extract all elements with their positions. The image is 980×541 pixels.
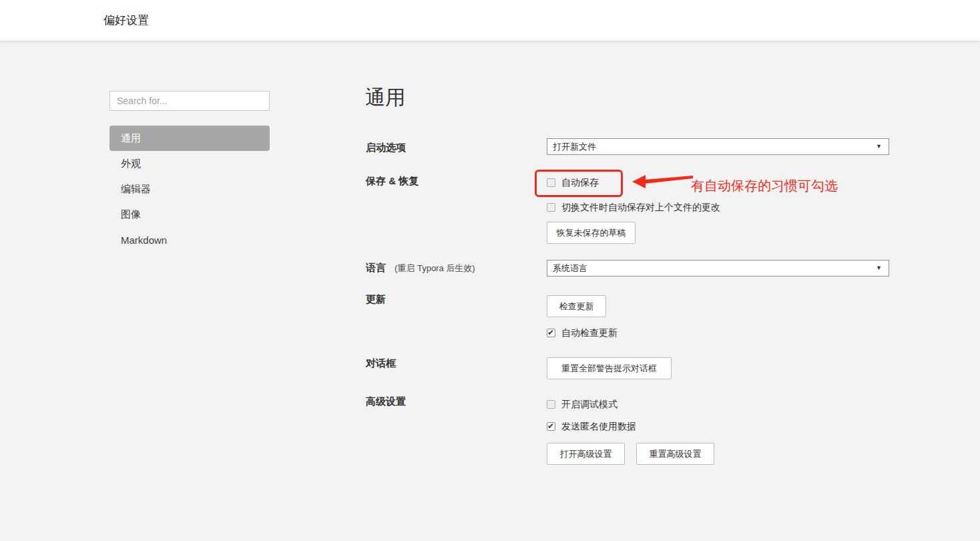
debug-mode-checkbox[interactable] (547, 400, 555, 409)
sidebar-item-label: Markdown (121, 234, 167, 246)
autosave-label: 自动保存 (561, 177, 599, 189)
dialog-label: 对话框 (366, 357, 396, 370)
sidebar-item-label: 编辑器 (121, 183, 151, 196)
check-update-button[interactable]: 检查更新 (547, 295, 606, 317)
chevron-down-icon: ▼ (876, 139, 882, 154)
language-value: 系统语言 (553, 263, 587, 273)
startup-options-label: 启动选项 (366, 141, 406, 154)
reset-advanced-settings-button[interactable]: 重置高级设置 (636, 443, 714, 465)
sidebar-item-markdown[interactable]: Markdown (109, 227, 270, 252)
sidebar-item-image[interactable]: 图像 (109, 202, 270, 227)
debug-mode-checkbox-row[interactable]: 开启调试模式 (547, 399, 618, 410)
recover-drafts-button[interactable]: 恢复未保存的草稿 (547, 222, 636, 244)
window-title: 偏好设置 (103, 0, 149, 41)
update-label: 更新 (366, 293, 386, 306)
open-advanced-settings-button[interactable]: 打开高级设置 (547, 443, 625, 465)
sidebar-item-appearance[interactable]: 外观 (109, 151, 270, 176)
preferences-window: 偏好设置 通用 外观 编辑器 图像 Markdown 通用 启动选项 打开新文件… (0, 0, 980, 541)
telemetry-checkbox-row[interactable]: 发送匿名使用数据 (547, 421, 636, 432)
auto-check-update-checkbox[interactable] (547, 329, 555, 337)
sidebar-item-label: 外观 (121, 158, 141, 170)
startup-options-value: 打开新文件 (553, 142, 596, 152)
auto-check-update-label: 自动检查更新 (561, 327, 618, 339)
save-on-switch-label: 切换文件时自动保存对上个文件的更改 (561, 202, 720, 214)
title-bar: 偏好设置 (0, 0, 980, 41)
auto-check-update-checkbox-row[interactable]: 自动检查更新 (547, 327, 618, 339)
chevron-down-icon: ▼ (876, 260, 882, 276)
search-input[interactable] (109, 91, 270, 111)
sidebar-item-label: 通用 (121, 132, 141, 145)
debug-mode-label: 开启调试模式 (561, 399, 618, 411)
save-restore-label: 保存 & 恢复 (366, 174, 419, 188)
advanced-settings-label: 高级设置 (366, 395, 406, 408)
language-restart-note: (重启 Typora 后生效) (395, 263, 475, 273)
autosave-checkbox[interactable] (547, 178, 555, 187)
save-on-switch-checkbox-row[interactable]: 切换文件时自动保存对上个文件的更改 (547, 202, 720, 213)
telemetry-label: 发送匿名使用数据 (561, 421, 636, 433)
autosave-checkbox-row[interactable]: 自动保存 (547, 177, 599, 188)
sidebar-item-editor[interactable]: 编辑器 (109, 176, 270, 202)
page-title: 通用 (365, 84, 405, 112)
reset-warnings-button[interactable]: 重置全部警告提示对话框 (547, 357, 672, 379)
startup-options-select[interactable]: 打开新文件 ▼ (547, 138, 889, 155)
telemetry-checkbox[interactable] (547, 422, 555, 431)
sidebar-item-label: 图像 (121, 208, 141, 221)
language-select[interactable]: 系统语言 ▼ (547, 260, 889, 277)
language-label-text: 语言 (366, 262, 386, 273)
annotation-arrow-icon (632, 173, 694, 189)
save-on-switch-checkbox[interactable] (547, 203, 555, 212)
language-label: 语言(重启 Typora 后生效) (366, 261, 475, 275)
sidebar-item-general[interactable]: 通用 (109, 126, 270, 151)
annotation-text: 有自动保存的习惯可勾选 (691, 177, 838, 195)
